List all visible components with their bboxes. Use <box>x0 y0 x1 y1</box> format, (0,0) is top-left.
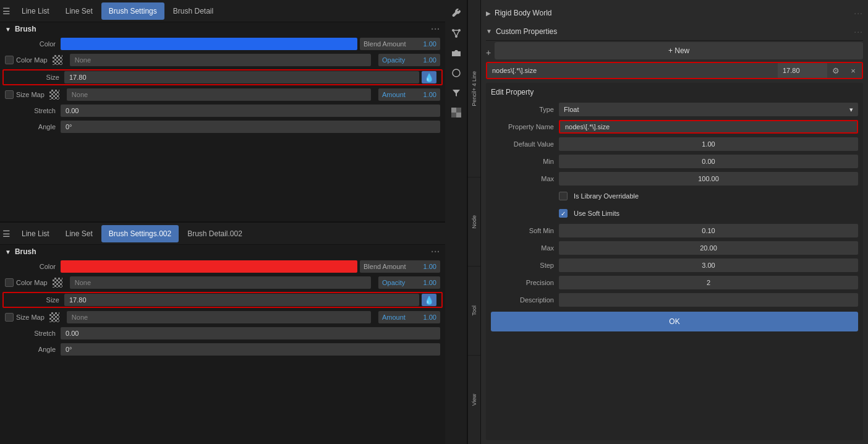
svg-point-7 <box>453 69 460 77</box>
blend-amount-field[interactable]: Blend Amount 1.00 <box>360 38 440 50</box>
description-container <box>559 293 858 307</box>
bottom-amount-field[interactable]: Amount 1.00 <box>378 311 440 323</box>
rigid-body-dots[interactable]: ··· <box>854 8 863 18</box>
min-input[interactable]: 0.00 <box>559 155 858 168</box>
custom-props-arrow[interactable]: ▼ <box>486 28 492 35</box>
tab-brush-settings[interactable]: Brush Settings <box>101 2 164 20</box>
bottom-size-input[interactable]: 17.80 <box>64 294 419 306</box>
bottom-brush-icon[interactable]: 💧 <box>422 294 436 306</box>
sizemap-checkbox[interactable] <box>5 90 14 99</box>
bottom-section-dots[interactable]: ··· <box>431 247 440 257</box>
default-value-input[interactable]: 1.00 <box>559 137 858 151</box>
property-entry-name[interactable]: nodes\[.*\].size <box>487 63 778 78</box>
bottom-colormap-none-field[interactable]: None <box>70 276 371 289</box>
bottom-color-swatch[interactable] <box>61 260 357 273</box>
opacity-label: Opacity <box>382 56 405 64</box>
color-swatch[interactable] <box>61 38 357 50</box>
type-dropdown[interactable]: Float ▾ <box>559 103 858 116</box>
stretch-field[interactable]: 0.00 <box>61 105 440 117</box>
collapse-arrow[interactable]: ▼ <box>5 26 11 33</box>
bottom-angle-row: Angle 0° <box>0 341 445 357</box>
step-input[interactable]: 3.00 <box>559 258 858 272</box>
soft-limits-checkbox[interactable]: ✓ <box>559 209 568 218</box>
bottom-angle-field[interactable]: 0° <box>61 343 440 356</box>
angle-label: Angle <box>5 123 61 130</box>
svg-rect-8 <box>451 108 456 113</box>
max-input[interactable]: 100.00 <box>559 172 858 186</box>
soft-limits-row: ✓ Use Soft Limits <box>491 205 858 221</box>
colormap-checkbox[interactable] <box>5 56 14 64</box>
sizemap-none-field[interactable]: None <box>67 88 371 101</box>
max-label: Max <box>491 175 559 182</box>
bottom-sizemap-none-field[interactable]: None <box>67 311 371 323</box>
filter-icon[interactable] <box>448 84 465 101</box>
section-dots[interactable]: ··· <box>431 24 440 34</box>
color-row: Color Blend Amount 1.00 <box>0 36 445 52</box>
view-tab[interactable]: View <box>468 356 480 444</box>
soft-min-container: 0.10 <box>559 224 858 237</box>
bottom-size-row: Size 17.80 💧 <box>2 292 443 308</box>
bottom-sizemap-checkbox[interactable] <box>5 313 14 322</box>
bottom-sizemap-checker-icon <box>49 312 59 322</box>
soft-min-input[interactable]: 0.10 <box>559 224 858 237</box>
circle-icon[interactable] <box>448 64 465 82</box>
view-tab-label: View <box>471 394 477 406</box>
default-value-container: 1.00 <box>559 137 858 151</box>
node-tab[interactable]: Node <box>468 177 480 267</box>
tab-brush-detail[interactable]: Brush Detail <box>166 2 221 20</box>
pencil4-tab-label: Pencil+ 4 Line <box>471 71 477 106</box>
tab-line-list[interactable]: Line List <box>14 2 57 20</box>
bottom-tab-line-set[interactable]: Line Set <box>58 225 100 242</box>
bottom-color-value: Blend Amount 1.00 <box>61 260 440 273</box>
bottom-angle-label: Angle <box>5 346 61 353</box>
bottom-blend-label: Blend Amount <box>364 263 406 270</box>
soft-max-row: Max 20.00 <box>491 240 858 256</box>
camera-icon[interactable] <box>448 45 465 62</box>
custom-props-dots[interactable]: ··· <box>854 27 863 36</box>
precision-input[interactable]: 2 <box>559 276 858 289</box>
opacity-field[interactable]: Opacity 1.00 <box>378 54 440 66</box>
soft-limits-container: ✓ Use Soft Limits <box>559 209 858 218</box>
rigid-body-title: Rigid Body World <box>495 9 551 17</box>
bottom-tab-menu-icon[interactable]: ☰ <box>2 229 11 239</box>
brush-section-header: ▼ Brush ··· <box>0 22 445 36</box>
bottom-stretch-field[interactable]: 0.00 <box>61 327 440 339</box>
property-name-input[interactable]: nodes\[.*\].size <box>559 120 858 134</box>
tool-tab[interactable]: Tool <box>468 267 480 356</box>
svg-rect-11 <box>451 113 456 117</box>
angle-value-container: 0° <box>61 121 440 133</box>
node-icon[interactable] <box>448 25 465 42</box>
angle-field[interactable]: 0° <box>61 121 440 133</box>
size-input[interactable]: 17.80 <box>64 71 419 83</box>
bottom-tab-brush-settings[interactable]: Brush Settings.002 <box>101 225 179 242</box>
soft-max-input[interactable]: 20.00 <box>559 241 858 255</box>
property-entry-value[interactable]: 17.80 <box>778 63 827 78</box>
bottom-collapse-arrow[interactable]: ▼ <box>5 249 11 255</box>
description-input[interactable] <box>559 293 858 307</box>
amount-field[interactable]: Amount 1.00 <box>378 88 440 101</box>
property-gear-button[interactable]: ⚙ <box>827 63 845 78</box>
checkerboard-icon[interactable] <box>448 104 465 121</box>
colormap-none-field[interactable]: None <box>70 54 371 66</box>
rigid-body-arrow[interactable]: ▶ <box>486 10 491 17</box>
wrench-icon[interactable] <box>448 5 465 22</box>
tab-line-set[interactable]: Line Set <box>58 2 100 20</box>
property-entry-actions: ⚙ × <box>827 63 862 78</box>
sizemap-checker-icon <box>49 90 59 100</box>
library-override-checkbox[interactable] <box>559 192 568 200</box>
ok-button[interactable]: OK <box>491 312 858 331</box>
dropdown-arrow: ▾ <box>849 106 853 114</box>
colormap-label: Color Map <box>16 56 48 64</box>
pencil4-tab[interactable]: Pencil+ 4 Line <box>468 0 480 177</box>
brush-icon[interactable]: 💧 <box>422 71 436 83</box>
bottom-tab-brush-detail[interactable]: Brush Detail.002 <box>180 225 250 242</box>
tab-menu-icon[interactable]: ☰ <box>2 6 11 16</box>
sizemap-label: Size Map <box>16 91 45 98</box>
bottom-blend-amount-field[interactable]: Blend Amount 1.00 <box>360 260 440 273</box>
property-close-button[interactable]: × <box>845 63 862 78</box>
new-button[interactable]: + New <box>495 42 863 59</box>
bottom-colormap-checkbox[interactable] <box>5 278 14 287</box>
description-label: Description <box>491 296 559 304</box>
bottom-tab-line-list[interactable]: Line List <box>14 225 57 242</box>
bottom-opacity-field[interactable]: Opacity 1.00 <box>378 276 440 289</box>
